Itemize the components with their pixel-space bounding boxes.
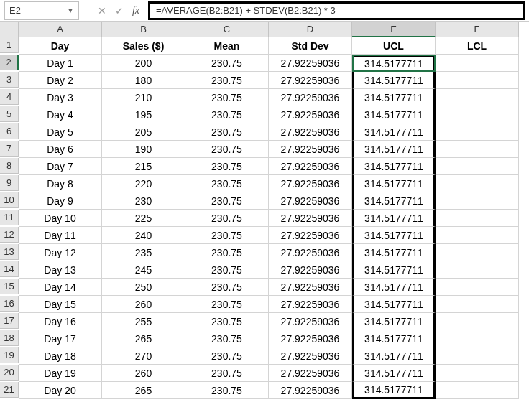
row-head-12[interactable]: 12 [0,227,19,243]
data-cell[interactable]: 27.92259036 [269,175,352,192]
data-cell[interactable] [436,123,519,141]
data-cell[interactable]: Day 16 [19,313,102,330]
data-cell[interactable]: 180 [102,72,185,89]
data-cell[interactable]: 314.5177711 [352,382,436,399]
row-head-20[interactable]: 20 [0,365,19,381]
data-cell[interactable] [436,365,519,382]
row-head-6[interactable]: 6 [0,123,19,139]
data-cell[interactable]: 210 [102,89,185,106]
data-cell[interactable]: 27.92259036 [269,382,352,399]
data-cell[interactable] [436,72,519,89]
row-head-15[interactable]: 15 [0,279,19,294]
data-cell[interactable]: 230.75 [185,192,269,210]
row-head-8[interactable]: 8 [0,158,19,174]
data-cell[interactable]: 230.75 [185,261,269,279]
data-cell[interactable]: Day 15 [19,296,102,313]
data-cell[interactable]: Day 7 [19,158,102,175]
data-cell[interactable]: 220 [102,175,185,192]
data-cell[interactable]: Day 17 [19,330,102,347]
col-head-B[interactable]: B [102,22,185,37]
data-cell[interactable]: 265 [102,382,185,399]
data-cell[interactable]: Day 14 [19,279,102,296]
data-cell[interactable]: 27.92259036 [269,192,352,210]
data-cell[interactable]: 27.92259036 [269,106,352,123]
data-cell[interactable]: 230.75 [185,158,269,175]
data-cell[interactable]: 230.75 [185,210,269,227]
data-cell[interactable]: 27.92259036 [269,72,352,89]
data-cell[interactable]: 230.75 [185,72,269,89]
header-cell[interactable]: LCL [436,37,519,55]
data-cell[interactable]: 27.92259036 [269,123,352,141]
data-cell[interactable]: 240 [102,227,185,244]
row-head-3[interactable]: 3 [0,72,19,88]
data-cell[interactable]: Day 1 [19,55,102,72]
data-cell[interactable]: 230.75 [185,175,269,192]
data-cell[interactable]: 225 [102,210,185,227]
data-cell[interactable] [436,106,519,123]
data-cell[interactable] [436,313,519,330]
data-cell[interactable]: 314.5177711 [352,175,436,192]
data-cell[interactable] [436,347,519,365]
row-head-13[interactable]: 13 [0,244,19,260]
data-cell[interactable]: 260 [102,365,185,382]
data-cell[interactable]: 235 [102,244,185,261]
data-cell[interactable]: 230.75 [185,365,269,382]
data-cell[interactable] [436,175,519,192]
row-head-5[interactable]: 5 [0,106,19,122]
data-cell[interactable]: 195 [102,106,185,123]
cancel-icon[interactable]: ✕ [98,5,106,17]
enter-icon[interactable]: ✓ [115,5,124,17]
data-cell[interactable]: 314.5177711 [352,158,436,175]
header-cell[interactable]: Mean [185,37,269,55]
header-cell[interactable]: UCL [352,37,436,55]
data-cell[interactable]: Day 10 [19,210,102,227]
data-cell[interactable]: 314.5177711 [352,313,436,330]
data-cell[interactable] [436,141,519,158]
fx-icon[interactable]: fx [132,5,139,17]
data-cell[interactable]: 265 [102,330,185,347]
data-cell[interactable] [436,210,519,227]
data-cell[interactable]: Day 3 [19,89,102,106]
data-cell[interactable]: 27.92259036 [269,89,352,106]
data-cell[interactable] [436,89,519,106]
data-cell[interactable]: 200 [102,55,185,72]
row-head-7[interactable]: 7 [0,141,19,157]
col-head-F[interactable]: F [436,22,519,37]
row-head-21[interactable]: 21 [0,382,19,398]
data-cell[interactable]: 314.5177711 [352,123,436,141]
row-head-2[interactable]: 2 [0,55,19,70]
row-head-10[interactable]: 10 [0,192,19,208]
data-cell[interactable]: 27.92259036 [269,261,352,279]
data-cell[interactable]: Day 8 [19,175,102,192]
data-cell[interactable]: 260 [102,296,185,313]
data-cell[interactable] [436,296,519,313]
data-cell[interactable]: 230.75 [185,227,269,244]
row-head-14[interactable]: 14 [0,261,19,277]
data-cell[interactable]: 27.92259036 [269,158,352,175]
row-head-4[interactable]: 4 [0,89,19,105]
data-cell[interactable]: Day 9 [19,192,102,210]
data-cell[interactable]: Day 19 [19,365,102,382]
data-cell[interactable]: 27.92259036 [269,313,352,330]
data-cell[interactable]: 230.75 [185,106,269,123]
data-cell[interactable]: 27.92259036 [269,141,352,158]
data-cell[interactable]: 270 [102,347,185,365]
data-cell[interactable]: 27.92259036 [269,210,352,227]
data-cell[interactable]: 314.5177711 [352,244,436,261]
data-cell[interactable]: Day 2 [19,72,102,89]
data-cell[interactable]: 314.5177711 [352,227,436,244]
row-head-1[interactable]: 1 [0,37,19,53]
data-cell[interactable]: 27.92259036 [269,227,352,244]
header-cell[interactable]: Sales ($) [102,37,185,55]
formula-input[interactable]: =AVERAGE(B2:B21) + STDEV(B2:B21) * 3 [148,1,525,20]
data-cell[interactable]: 314.5177711 [352,261,436,279]
data-cell[interactable]: Day 12 [19,244,102,261]
data-cell[interactable]: 314.5177711 [352,89,436,106]
data-cell[interactable]: 230.75 [185,279,269,296]
data-cell[interactable]: 314.5177711 [352,296,436,313]
data-cell[interactable] [436,227,519,244]
data-cell[interactable]: 27.92259036 [269,279,352,296]
row-head-18[interactable]: 18 [0,330,19,346]
data-cell[interactable]: 230.75 [185,382,269,399]
data-cell[interactable] [436,330,519,347]
